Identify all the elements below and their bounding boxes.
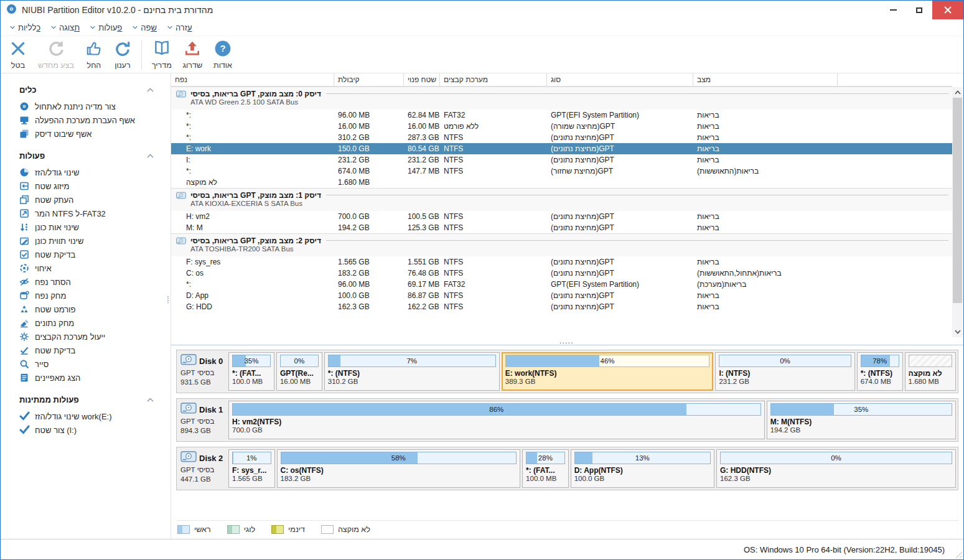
table-row[interactable]: I:231.2 GB231.2 GBNTFSGPT(מחיצת נתונים)ב… — [171, 154, 952, 166]
sidebar-item-change-letter[interactable]: שינוי אות כונן — [1, 220, 171, 234]
disk-map-area: Disk 0GPT בסיסי931.5 GB35%*: (FAT...100.… — [171, 345, 963, 539]
column-header-empty[interactable] — [838, 73, 952, 86]
table-row[interactable]: E: work150.0 GB80.54 GBNTFSGPT(מחיצת נתו… — [171, 143, 952, 154]
partition-block[interactable]: 46%E: work(NTFS)389.3 GB — [502, 352, 714, 391]
column-header-free-space[interactable]: שטח פנוי — [404, 73, 440, 86]
sidebar-splitter[interactable]: ⁞ — [166, 299, 171, 302]
horizontal-splitter[interactable]: ..... — [559, 338, 574, 344]
menu-help[interactable]: עזרה — [162, 21, 197, 35]
sidebar-item-os-migration[interactable]: אשף העברת מערכת ההפעלה — [1, 113, 171, 127]
table-row[interactable]: *:674.0 MB147.7 MBNTFSGPT(מחיצת שחזור)בר… — [171, 166, 952, 177]
partition-block[interactable]: 78%*: (NTFS)674.0 MB — [857, 352, 903, 391]
refresh-button[interactable]: רענון — [108, 37, 137, 72]
section-header-pending[interactable]: פעולות ממתינות — [1, 390, 171, 409]
maximize-button[interactable] — [906, 1, 932, 19]
partition-block[interactable]: 86%H: vm2(NTFS)700.0 GB — [228, 401, 765, 439]
sidebar-item-convert-ntfs[interactable]: המר NTFS ל-FAT32 — [1, 207, 171, 220]
upgrade-button[interactable]: שדרוג — [177, 37, 208, 72]
guide-button[interactable]: מדריך — [146, 37, 177, 72]
chevron-down-icon — [9, 25, 16, 30]
cell-type: GPT(מחיצת נתונים) — [547, 269, 693, 278]
legend-swatch-primary — [177, 525, 190, 534]
section-header-operations[interactable]: פעולות — [1, 146, 171, 166]
table-row[interactable]: F: sys_res1.565 GB1.551 GBNTFSGPT(מחיצת … — [171, 256, 952, 268]
column-header-status[interactable]: מצב — [693, 73, 838, 86]
sidebar-item-check-volume[interactable]: בדיקת שטח — [1, 248, 171, 261]
scroll-up-icon[interactable] — [952, 87, 963, 98]
cell-fs: NTFS — [440, 156, 547, 164]
sidebar-item-format-volume[interactable]: פורמט שטח — [1, 302, 171, 316]
column-header-type[interactable]: סוג — [547, 73, 693, 86]
table-row[interactable]: *:16.00 MB16.00 MBללא פורמטGPT(מחיצה שמו… — [171, 121, 952, 132]
menu-view[interactable]: תצוגה — [45, 21, 85, 35]
table-row[interactable]: M: M194.2 GB125.3 GBNTFSGPT(מחיצת נתונים… — [171, 222, 952, 233]
sidebar-item-resize-move[interactable]: שינוי גודל/הזז — [1, 166, 171, 179]
cell-volume: *: — [171, 280, 334, 289]
table-row[interactable]: H: vm2700.0 GB100.5 GBNTFSGPT(מחיצת נתונ… — [171, 211, 952, 222]
about-button[interactable]: ?אודות — [208, 37, 238, 72]
vertical-scrollbar[interactable] — [952, 87, 963, 337]
cell-status: בריאות — [693, 144, 838, 153]
doc-icon — [19, 373, 29, 383]
menu-operations[interactable]: פעולות — [85, 21, 127, 35]
disk-panel-label[interactable]: Disk 0GPT בסיסי931.5 GB — [179, 352, 228, 391]
undo-button[interactable]: בטל — [4, 37, 32, 72]
table-row[interactable]: C: os183.2 GB76.48 GBNTFSGPT(מחיצת נתוני… — [171, 268, 952, 279]
table-row[interactable]: *:96.00 MB69.17 MBFAT32GPT(EFI System Pa… — [171, 279, 952, 290]
partition-block[interactable]: 35%M: M(NTFS)194.2 GB — [767, 401, 956, 439]
column-header-volume[interactable]: נפח — [171, 73, 334, 86]
minimize-button[interactable] — [880, 1, 906, 19]
table-row[interactable]: G: HDD162.3 GB162.2 GBNTFSGPT(מחיצת נתונ… — [171, 301, 952, 312]
partition-block[interactable]: 13%D: App(NTFS)100.0 GB — [571, 449, 714, 488]
scrollbar-thumb[interactable] — [953, 98, 962, 303]
table-row[interactable]: D: App100.0 GB86.87 GBNTFSGPT(מחיצת נתונ… — [171, 290, 952, 301]
scroll-down-icon[interactable] — [952, 327, 963, 337]
drive-icon-lg — [180, 402, 197, 417]
table-row[interactable]: לא מוקצה1.680 MB — [171, 177, 952, 188]
resize-grip[interactable] — [954, 550, 962, 558]
sidebar-item-explore[interactable]: סייר — [1, 357, 171, 371]
partition-block[interactable]: 0%GPT(Re...16.00 MB — [276, 352, 322, 391]
partition-block-unallocated[interactable]: לא מוקצה1.680 MB — [905, 352, 956, 391]
disk-group-row[interactable]: דיסק 1: מצב מוצק, GPT בריאות, בסיסיATA K… — [171, 188, 952, 211]
disk-scheme: GPT בסיסי — [180, 417, 227, 426]
menu-language[interactable]: שפה — [127, 21, 162, 35]
partition-name: GPT(Re... — [280, 369, 319, 378]
redo-button[interactable]: בצע מחדש — [32, 37, 80, 72]
sidebar-item-disk-clone[interactable]: אשף שיבוט דיסק — [1, 127, 171, 141]
column-header-file-system[interactable]: מערכת קבצים — [440, 73, 547, 86]
disk-group-row[interactable]: דיסק 0: מצב מוצק, GPT בריאות, בסיסיATA W… — [171, 86, 952, 110]
sidebar-item-bootable-media[interactable]: צור מדיה ניתנת לאתחול — [1, 100, 171, 113]
partition-block[interactable]: 7%*: (NTFS)310.2 GB — [324, 352, 500, 391]
disk-panel-label[interactable]: Disk 1GPT בסיסי894.3 GB — [179, 401, 228, 439]
sidebar-item-optimize-fs[interactable]: ייעול מערכת הקבצים — [1, 330, 171, 343]
disk-group-row[interactable]: דיסק 2: מצב מוצק, GPT בריאות, בסיסיATA T… — [171, 233, 952, 256]
partition-block[interactable]: 28%*: (FAT...100.0 MB — [522, 449, 569, 488]
cell-status: בריאות(אתחול,התאוששות) — [693, 269, 838, 278]
partition-name: *: (FAT... — [526, 466, 565, 475]
column-header-capacity[interactable]: קיבולת — [334, 73, 404, 86]
table-row[interactable]: *:310.2 GB287.3 GBNTFSGPT(מחיצת נתונים)ב… — [171, 132, 952, 143]
section-header-tools[interactable]: כלים — [1, 80, 171, 100]
sidebar-item-defragment[interactable]: איחוי — [1, 261, 171, 275]
sidebar-item-delete-volume[interactable]: מחק נפח — [1, 289, 171, 302]
partition-block[interactable]: 58%C: os(NTFS)183.2 GB — [277, 449, 521, 488]
usage-bar: 58% — [281, 452, 517, 464]
partition-block[interactable]: 0%I: (NTFS)231.2 GB — [715, 352, 854, 391]
sidebar-item-surface-test[interactable]: בדיקת שטח — [1, 343, 171, 357]
partition-block[interactable]: 35%*: (FAT...100.0 MB — [228, 352, 274, 391]
sidebar-item-hide-volume[interactable]: הסתר נפח — [1, 275, 171, 289]
apply-button[interactable]: החל — [80, 37, 108, 72]
disk-scheme: GPT בסיסי — [180, 465, 227, 475]
sidebar-item-properties[interactable]: הצג מאפיינים — [1, 371, 171, 385]
sidebar-item-change-label[interactable]: שינוי תווית כונן — [1, 234, 171, 248]
table-row[interactable]: *:96.00 MB62.84 MBFAT32GPT(EFI System Pa… — [171, 110, 952, 121]
partition-block[interactable]: 0%G: HDD(NTFS)162.3 GB — [716, 449, 956, 488]
partition-block[interactable]: 1%F: sys_r...1.565 GB — [228, 449, 275, 488]
close-button[interactable] — [932, 1, 963, 19]
sidebar-item-wipe-data[interactable]: מחק נתונים — [1, 316, 171, 330]
menu-general[interactable]: כלליות — [4, 21, 45, 35]
sidebar-item-copy-volume[interactable]: העתק שטח — [1, 193, 171, 207]
disk-panel-label[interactable]: Disk 2GPT בסיסי447.1 GB — [179, 449, 228, 488]
sidebar-item-merge-volume[interactable]: מיזוג שטח — [1, 179, 171, 193]
